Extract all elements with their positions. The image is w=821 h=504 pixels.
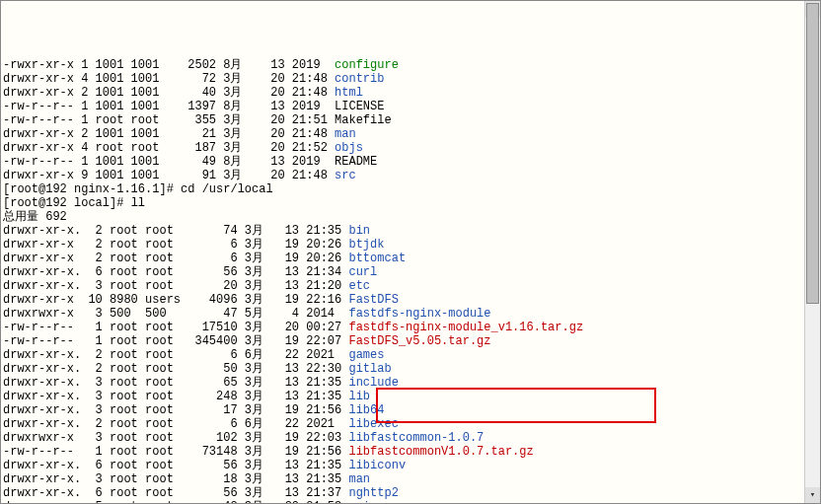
file-name: include [348,376,398,390]
list-row: -rwxr-xr-x 1 1001 1001 2502 8月 13 2019 c… [3,58,818,72]
row-meta: drwxr-xr-x. 6 root root 56 3月 13 21:34 [3,265,348,279]
file-name: btjdk [348,238,384,252]
list-row: -rw-r--r-- 1 1001 1001 1397 8月 13 2019 L… [3,100,818,113]
prompt-line: [root@192 nginx-1.16.1]# cd /usr/local [3,182,818,196]
list-row: drwxr-xr-x. 6 root root 56 3月 13 21:34 c… [3,265,818,279]
file-name: README [335,155,377,169]
file-name: lib64 [348,403,384,417]
file-name: contrib [335,72,384,86]
row-meta: drwxr-xr-x 2 1001 1001 40 3月 20 21:48 [3,86,335,100]
row-meta: drwxr-xr-x 10 8980 users 4096 3月 19 22:1… [3,293,348,307]
file-name: libfastcommon-1.0.7 [348,431,484,445]
file-name: bttomcat [348,252,406,265]
list-row: drwxr-xr-x. 3 root root 65 3月 13 21:35 i… [3,376,818,390]
file-name: libfastcommonV1.0.7.tar.gz [348,445,533,459]
row-meta: drwxr-xr-x 2 root root 6 3月 19 20:26 [3,238,348,252]
file-name: man [348,472,370,486]
row-meta: drwxr-xr-x. 5 root root 42 3月 20 21:53 [3,500,348,504]
row-meta: drwxr-xr-x. 3 root root 17 3月 19 21:56 [3,403,348,417]
row-meta: -rw-r--r-- 1 root root 73148 3月 19 21:56 [3,445,348,459]
file-name: libexec [348,417,398,431]
prompt-line: [root@192 local]# ll [3,196,818,210]
file-name: src [335,169,356,182]
row-meta: drwxrwxr-x 3 root root 102 3月 19 22:03 [3,431,348,445]
list-row: drwxr-xr-x 2 1001 1001 21 3月 20 21:48 ma… [3,127,818,141]
row-meta: drwxr-xr-x 2 root root 6 3月 19 20:26 [3,252,348,265]
row-meta: drwxr-xr-x 4 1001 1001 72 3月 20 21:48 [3,72,335,86]
list-row: drwxr-xr-x. 2 root root 6 6月 22 2021 lib… [3,417,818,431]
file-name: man [335,127,356,141]
list-row: drwxr-xr-x 4 1001 1001 72 3月 20 21:48 co… [3,72,818,86]
row-meta: drwxr-xr-x. 6 root root 56 3月 13 21:35 [3,459,348,472]
list-row: drwxr-xr-x. 3 root root 20 3月 13 21:20 e… [3,279,818,293]
row-meta: drwxr-xr-x. 2 root root 74 3月 13 21:35 [3,224,348,238]
file-name: curl [348,265,377,279]
file-name: html [335,86,363,100]
list-row: drwxr-xr-x. 3 root root 18 3月 13 21:35 m… [3,472,818,486]
row-meta: drwxr-xr-x. 6 root root 56 3月 13 21:37 [3,486,348,500]
file-name: fastdfs-nginx-module_v1.16.tar.gz [348,321,583,334]
list-row: -rw-r--r-- 1 1001 1001 49 8月 13 2019 REA… [3,155,818,169]
list-row: drwxr-xr-x. 5 root root 42 3月 20 21:53 n… [3,500,818,504]
file-name: FastDFS [348,293,398,307]
list-row: drwxr-xr-x. 2 root root 50 3月 13 22:30 g… [3,362,818,376]
row-meta: -rwxr-xr-x 1 1001 1001 2502 8月 13 2019 [3,58,335,72]
row-meta: drwxr-xr-x. 3 root root 20 3月 13 21:20 [3,279,348,293]
file-name: nghttp2 [348,486,398,500]
row-meta: drwxr-xr-x. 3 root root 18 3月 13 21:35 [3,472,348,486]
row-meta: -rw-r--r-- 1 1001 1001 49 8月 13 2019 [3,155,335,169]
row-meta: drwxr-xr-x. 3 root root 65 3月 13 21:35 [3,376,348,390]
row-meta: drwxr-xr-x 4 root root 187 3月 20 21:52 [3,141,335,155]
file-name: etc [348,279,370,293]
list-row: drwxr-xr-x 10 8980 users 4096 3月 19 22:1… [3,293,818,307]
file-name: FastDFS_v5.05.tar.gz [348,334,490,348]
list-row: drwxr-xr-x. 6 root root 56 3月 13 21:35 l… [3,459,818,472]
list-row: drwxr-xr-x 2 root root 6 3月 19 20:26 btt… [3,252,818,265]
row-meta: -rw-r--r-- 1 root root 355 3月 20 21:51 [3,113,335,127]
terminal-output[interactable]: -rwxr-xr-x 1 1001 1001 2502 8月 13 2019 c… [3,58,818,504]
list-row: -rw-r--r-- 1 root root 73148 3月 19 21:56… [3,445,818,459]
row-meta: drwxrwxr-x 3 500 500 47 5月 4 2014 [3,307,348,321]
total-line: 总用量 692 [3,210,818,224]
list-row: drwxr-xr-x. 3 root root 248 3月 13 21:35 … [3,390,818,403]
list-row: drwxr-xr-x 4 root root 187 3月 20 21:52 o… [3,141,818,155]
list-row: drwxr-xr-x 2 1001 1001 40 3月 20 21:48 ht… [3,86,818,100]
row-meta: -rw-r--r-- 1 root root 17510 3月 20 00:27 [3,321,348,334]
list-row: drwxrwxr-x 3 root root 102 3月 19 22:03 l… [3,431,818,445]
file-name: Makefile [335,113,392,127]
vertical-scrollbar[interactable]: ▴ ▾ [804,1,820,503]
shell-prompt: [root@192 nginx-1.16.1]# [3,182,181,196]
list-row: drwxr-xr-x. 2 root root 6 6月 22 2021 gam… [3,348,818,362]
list-row: -rw-r--r-- 1 root root 345400 3月 19 22:0… [3,334,818,348]
row-meta: drwxr-xr-x 9 1001 1001 91 3月 20 21:48 [3,169,335,182]
row-meta: drwxr-xr-x. 2 root root 50 3月 13 22:30 [3,362,348,376]
file-name: games [348,348,384,362]
file-name: gitlab [348,362,391,376]
list-row: drwxr-xr-x. 6 root root 56 3月 13 21:37 n… [3,486,818,500]
row-meta: drwxr-xr-x. 3 root root 248 3月 13 21:35 [3,390,348,403]
command-text: cd /usr/local [181,182,273,196]
scroll-down-arrow[interactable]: ▾ [805,487,820,503]
shell-prompt: [root@192 local]# [3,196,131,210]
list-row: drwxr-xr-x 2 root root 6 3月 19 20:26 btj… [3,238,818,252]
file-name: fastdfs-nginx-module [348,307,490,321]
file-name: objs [335,141,363,155]
scrollbar-thumb[interactable] [806,3,819,304]
list-row: drwxr-xr-x 9 1001 1001 91 3月 20 21:48 sr… [3,169,818,182]
file-name: LICENSE [335,100,384,113]
file-name: configure [335,58,399,72]
list-row: drwxr-xr-x. 3 root root 17 3月 19 21:56 l… [3,403,818,417]
file-name: nginx [348,500,384,504]
row-meta: -rw-r--r-- 1 root root 345400 3月 19 22:0… [3,334,348,348]
list-row: -rw-r--r-- 1 root root 17510 3月 20 00:27… [3,321,818,334]
file-name: bin [348,224,370,238]
row-meta: drwxr-xr-x. 2 root root 6 6月 22 2021 [3,348,348,362]
file-name: libiconv [348,459,406,472]
list-row: drwxrwxr-x 3 500 500 47 5月 4 2014 fastdf… [3,307,818,321]
row-meta: -rw-r--r-- 1 1001 1001 1397 8月 13 2019 [3,100,335,113]
row-meta: drwxr-xr-x 2 1001 1001 21 3月 20 21:48 [3,127,335,141]
list-row: -rw-r--r-- 1 root root 355 3月 20 21:51 M… [3,113,818,127]
row-meta: drwxr-xr-x. 2 root root 6 6月 22 2021 [3,417,348,431]
list-row: drwxr-xr-x. 2 root root 74 3月 13 21:35 b… [3,224,818,238]
file-name: lib [348,390,370,403]
